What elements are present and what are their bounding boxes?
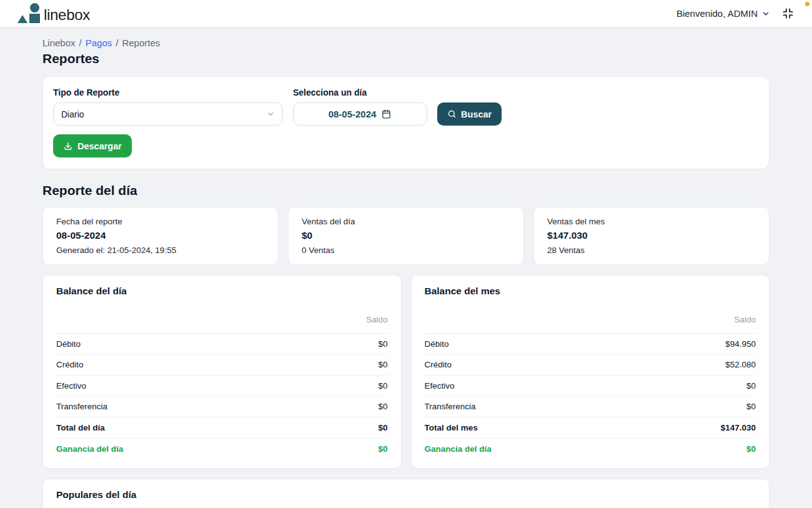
report-type-group: Tipo de Reporte Diario xyxy=(53,87,283,126)
brand-name: linebox xyxy=(44,7,90,24)
stat-card-fecha: Fecha del reporte 08-05-2024 Generado el… xyxy=(42,207,279,265)
breadcrumb-item-reportes: Reportes xyxy=(122,37,160,48)
stat-sub: 0 Ventas xyxy=(302,246,510,255)
chevron-down-icon xyxy=(761,9,770,18)
balance-row-value: $0 xyxy=(746,402,756,411)
report-section-title: Reporte del día xyxy=(42,183,770,198)
balance-row-value: $0 xyxy=(378,360,387,369)
notification-dot xyxy=(805,2,810,6)
balance-card-mes: Balance del mes Saldo Débito $94.950 Cré… xyxy=(411,275,770,469)
stat-sub: Generado el: 21-05-2024, 19:55 xyxy=(56,246,265,255)
download-button[interactable]: Descargar xyxy=(53,134,132,157)
top-bar: linebox Bienvenido, ADMIN xyxy=(0,0,812,27)
table-row: Débito $0 xyxy=(56,334,388,355)
stat-value: $147.030 xyxy=(547,230,756,241)
linebox-logo-icon xyxy=(17,3,41,24)
stat-card-ventas-dia: Ventas del día $0 0 Ventas xyxy=(288,207,524,265)
stat-value: 08-05-2024 xyxy=(56,230,265,241)
filter-card: Tipo de Reporte Diario Selecciona un día… xyxy=(42,76,770,169)
table-row: Débito $94.950 xyxy=(425,334,756,355)
main-content: Linebox / Pagos / Reportes Reportes Tipo… xyxy=(0,27,812,508)
download-button-label: Descargar xyxy=(77,141,122,151)
balance-title: Balance del mes xyxy=(425,286,756,297)
breadcrumb-separator: / xyxy=(79,37,82,48)
search-button-label: Buscar xyxy=(461,109,492,119)
balance-profit-value: $0 xyxy=(378,444,387,454)
report-type-label: Tipo de Reporte xyxy=(53,87,283,97)
stat-card-ventas-mes: Ventas del mes $147.030 28 Ventas xyxy=(533,207,770,265)
balance-row-label: Débito xyxy=(425,339,449,349)
saldo-column-header: Saldo xyxy=(56,315,388,334)
download-icon xyxy=(63,141,73,151)
saldo-column-header: Saldo xyxy=(425,315,756,334)
stat-sub: 28 Ventas xyxy=(547,246,756,255)
date-value: 08-05-2024 xyxy=(329,109,377,119)
table-row: Transferencia $0 xyxy=(56,397,388,418)
balance-row-value: $94.950 xyxy=(725,339,756,349)
balance-profit-row: Ganancia del día $0 xyxy=(425,439,756,460)
balance-total-row: Total del día $0 xyxy=(56,417,388,439)
balance-row-label: Crédito xyxy=(56,360,84,369)
stats-row: Fecha del reporte 08-05-2024 Generado el… xyxy=(42,207,770,265)
stat-label: Ventas del mes xyxy=(547,217,756,226)
report-type-value: Diario xyxy=(61,109,84,119)
balance-row-label: Transferencia xyxy=(425,402,476,411)
search-icon xyxy=(447,109,457,119)
balance-row-label: Transferencia xyxy=(56,402,107,411)
balance-card-dia: Balance del día Saldo Débito $0 Crédito … xyxy=(42,275,402,469)
stat-label: Fecha del reporte xyxy=(56,217,265,226)
balance-row-value: $52.080 xyxy=(725,360,756,369)
balance-profit-label: Ganancia del día xyxy=(425,444,492,454)
search-button[interactable]: Buscar xyxy=(437,102,502,126)
balance-row-label: Crédito xyxy=(425,360,452,369)
date-picker-input[interactable]: 08-05-2024 xyxy=(293,102,427,126)
date-group: Selecciona un día 08-05-2024 xyxy=(293,87,427,126)
breadcrumb: Linebox / Pagos / Reportes xyxy=(42,37,770,48)
balance-profit-row: Ganancia del día $0 xyxy=(56,439,388,460)
breadcrumb-item-pagos[interactable]: Pagos xyxy=(86,37,112,48)
balance-row-value: $0 xyxy=(378,339,387,349)
balance-total-value: $147.030 xyxy=(721,423,756,432)
populars-title: Populares del día xyxy=(56,489,756,501)
table-row: Efectivo $0 xyxy=(56,376,388,397)
chevron-down-icon xyxy=(267,110,275,118)
balance-row-container: Balance del día Saldo Débito $0 Crédito … xyxy=(42,275,770,469)
balance-profit-label: Ganancia del día xyxy=(56,444,123,454)
balance-total-value: $0 xyxy=(378,423,387,432)
balance-total-label: Total del día xyxy=(56,423,105,432)
balance-title: Balance del día xyxy=(56,286,388,297)
brand-logo[interactable]: linebox xyxy=(17,3,90,24)
balance-row-label: Efectivo xyxy=(56,381,86,391)
balance-row-label: Débito xyxy=(56,339,81,349)
exit-fullscreen-icon[interactable] xyxy=(781,7,795,20)
page-title: Reportes xyxy=(42,51,770,66)
breadcrumb-separator: / xyxy=(116,37,118,48)
stat-label: Ventas del día xyxy=(302,217,510,226)
stat-value: $0 xyxy=(302,230,510,241)
balance-total-label: Total del mes xyxy=(425,423,478,432)
table-row: Transferencia $0 xyxy=(425,397,756,418)
table-row: Crédito $0 xyxy=(56,355,388,376)
table-row: Crédito $52.080 xyxy=(425,355,756,376)
date-label: Selecciona un día xyxy=(293,87,427,97)
balance-row-value: $0 xyxy=(378,402,387,411)
balance-total-row: Total del mes $147.030 xyxy=(425,417,756,439)
calendar-icon xyxy=(381,109,392,119)
table-row: Efectivo $0 xyxy=(425,376,756,397)
populars-card: Populares del día xyxy=(42,479,770,508)
balance-row-value: $0 xyxy=(746,381,756,391)
balance-row-value: $0 xyxy=(378,381,387,391)
balance-profit-value: $0 xyxy=(746,444,756,454)
welcome-text: Bienvenido, ADMIN xyxy=(676,8,758,19)
user-menu[interactable]: Bienvenido, ADMIN xyxy=(676,8,770,19)
balance-row-label: Efectivo xyxy=(425,381,455,391)
breadcrumb-item-linebox[interactable]: Linebox xyxy=(42,37,76,48)
report-type-select[interactable]: Diario xyxy=(53,102,283,126)
